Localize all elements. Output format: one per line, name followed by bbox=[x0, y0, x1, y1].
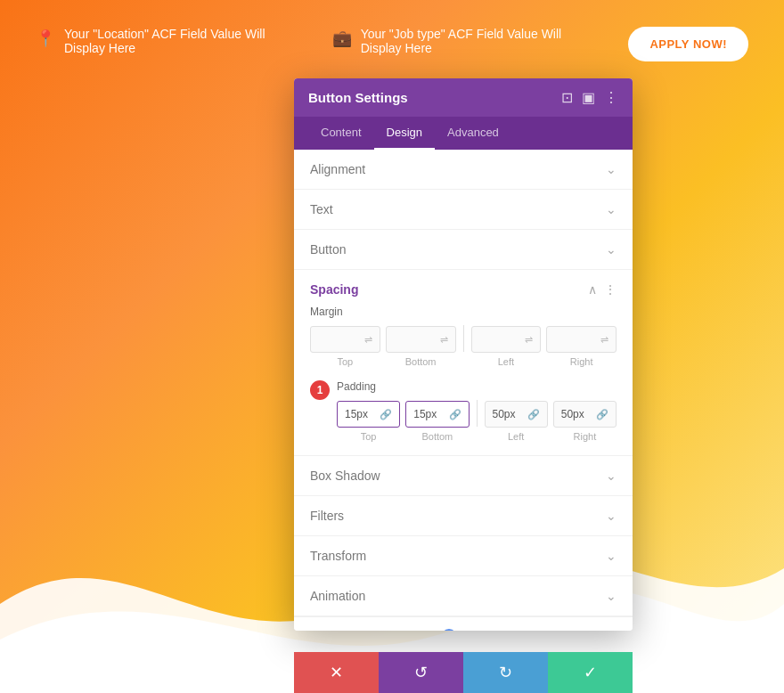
alignment-section[interactable]: Alignment ⌄ bbox=[294, 150, 633, 190]
animation-chevron: ⌄ bbox=[606, 589, 617, 603]
margin-link-icon-4: ⇌ bbox=[600, 334, 608, 346]
panel-footer: ? Help bbox=[294, 616, 633, 631]
filters-section[interactable]: Filters ⌄ bbox=[294, 496, 633, 536]
margin-link-icon-2: ⇌ bbox=[440, 334, 448, 346]
padding-left-value: 50px bbox=[493, 408, 516, 420]
padding-bottom-input[interactable]: 15px 🔗 bbox=[405, 401, 469, 428]
padding-left-input[interactable]: 50px 🔗 bbox=[485, 401, 548, 428]
location-icon: 📍 bbox=[36, 29, 55, 48]
margin-top-input[interactable]: ⇌ bbox=[310, 326, 380, 353]
box-shadow-label: Box Shadow bbox=[310, 469, 380, 483]
margin-right-group: ⇌ Right bbox=[546, 326, 617, 367]
spacing-title: Spacing bbox=[310, 282, 358, 297]
margin-separator bbox=[463, 325, 464, 352]
more-icon[interactable]: ⋮ bbox=[604, 89, 618, 106]
top-bar: 📍 Your "Location" ACF Field Value Will D… bbox=[0, 27, 784, 61]
tab-advanced[interactable]: Advanced bbox=[435, 117, 511, 150]
margin-label: Margin bbox=[310, 306, 617, 318]
filters-chevron: ⌄ bbox=[606, 509, 617, 523]
filters-label: Filters bbox=[310, 509, 344, 523]
margin-bottom-input[interactable]: ⇌ bbox=[386, 326, 456, 353]
panel-body: Alignment ⌄ Text ⌄ Button ⌄ Spacing ∧ ⋮ bbox=[294, 150, 633, 631]
help-icon: ? bbox=[441, 629, 457, 631]
action-bar: ✕ ↺ ↻ ✓ bbox=[294, 652, 633, 693]
redo-button[interactable]: ↻ bbox=[463, 652, 548, 693]
transform-label: Transform bbox=[310, 549, 366, 563]
padding-badge: 1 bbox=[310, 380, 330, 400]
margin-sub-section: Margin ⇌ Top ⇌ Bottom bbox=[294, 306, 633, 380]
margin-bottom-caption: Bottom bbox=[405, 356, 437, 367]
tab-content[interactable]: Content bbox=[308, 117, 374, 150]
layout-icon[interactable]: ▣ bbox=[582, 89, 595, 106]
spacing-header: Spacing ∧ ⋮ bbox=[294, 270, 633, 306]
panel-tabs: Content Design Advanced bbox=[294, 117, 633, 150]
job-type-text: Your "Job type" ACF Field Value Will Dis… bbox=[361, 27, 593, 55]
panel-header: Button Settings ⊡ ▣ ⋮ bbox=[294, 78, 633, 117]
location-item: 📍 Your "Location" ACF Field Value Will D… bbox=[36, 27, 297, 55]
padding-bottom-caption: Bottom bbox=[421, 431, 453, 442]
help-button[interactable]: ? Help bbox=[441, 629, 486, 631]
location-text: Your "Location" ACF Field Value Will Dis… bbox=[64, 27, 297, 55]
text-chevron: ⌄ bbox=[606, 202, 617, 216]
alignment-label: Alignment bbox=[310, 162, 365, 176]
padding-content: Padding 15px 🔗 Top 15px 🔗 bbox=[337, 380, 617, 443]
padding-link-icon-4: 🔗 bbox=[596, 409, 608, 420]
margin-top-caption: Top bbox=[338, 356, 354, 367]
margin-link-icon-1: ⇌ bbox=[364, 334, 372, 346]
padding-link-icon-2: 🔗 bbox=[449, 409, 461, 420]
padding-top-value: 15px bbox=[345, 408, 368, 420]
button-chevron: ⌄ bbox=[606, 242, 617, 257]
apply-now-button[interactable]: APPLY NOW! bbox=[628, 27, 748, 61]
panel-header-icons: ⊡ ▣ ⋮ bbox=[561, 89, 618, 106]
spacing-chevron-up[interactable]: ∧ bbox=[588, 282, 597, 297]
margin-inputs-row: ⇌ Top ⇌ Bottom bbox=[310, 325, 617, 368]
padding-left-group: 50px 🔗 Left bbox=[485, 401, 548, 442]
padding-top-caption: Top bbox=[361, 431, 377, 442]
box-shadow-chevron: ⌄ bbox=[606, 469, 617, 483]
undo-button[interactable]: ↺ bbox=[379, 652, 463, 693]
margin-left-input[interactable]: ⇌ bbox=[471, 326, 542, 353]
padding-separator bbox=[477, 400, 478, 427]
padding-sub-section: 1 Padding 15px 🔗 Top 15 bbox=[294, 380, 633, 455]
padding-bottom-value: 15px bbox=[413, 408, 437, 420]
fullscreen-icon[interactable]: ⊡ bbox=[561, 89, 573, 106]
margin-left-group: ⇌ Left bbox=[471, 326, 542, 367]
padding-left-caption: Left bbox=[508, 431, 524, 442]
text-section[interactable]: Text ⌄ bbox=[294, 190, 633, 230]
padding-top-group: 15px 🔗 Top bbox=[337, 401, 400, 442]
job-icon: 💼 bbox=[332, 29, 352, 48]
padding-right-caption: Right bbox=[574, 431, 597, 442]
padding-top-input[interactable]: 15px 🔗 bbox=[337, 401, 400, 428]
panel-title: Button Settings bbox=[308, 90, 408, 105]
padding-bottom-group: 15px 🔗 Bottom bbox=[405, 401, 469, 442]
margin-right-caption: Right bbox=[570, 356, 593, 367]
box-shadow-section[interactable]: Box Shadow ⌄ bbox=[294, 456, 633, 496]
padding-inputs-row: 15px 🔗 Top 15px 🔗 Bottom bbox=[337, 400, 617, 443]
cancel-button[interactable]: ✕ bbox=[294, 652, 379, 693]
padding-link-icon-3: 🔗 bbox=[527, 409, 540, 420]
button-label: Button bbox=[310, 242, 346, 257]
spacing-controls: ∧ ⋮ bbox=[588, 282, 617, 297]
save-button[interactable]: ✓ bbox=[548, 652, 633, 693]
padding-right-value: 50px bbox=[561, 408, 584, 420]
margin-right-input[interactable]: ⇌ bbox=[546, 326, 617, 353]
padding-right-group: 50px 🔗 Right bbox=[553, 401, 617, 442]
tab-design[interactable]: Design bbox=[374, 117, 435, 150]
alignment-chevron: ⌄ bbox=[606, 162, 617, 176]
settings-panel: Button Settings ⊡ ▣ ⋮ Content Design Adv… bbox=[294, 78, 633, 631]
transform-chevron: ⌄ bbox=[606, 549, 617, 563]
margin-left-caption: Left bbox=[498, 356, 514, 367]
transform-section[interactable]: Transform ⌄ bbox=[294, 536, 633, 576]
animation-label: Animation bbox=[310, 589, 365, 603]
help-label: Help bbox=[462, 631, 486, 632]
padding-label: Padding bbox=[337, 380, 617, 393]
spacing-section: Spacing ∧ ⋮ Margin ⇌ Top bbox=[294, 270, 633, 456]
margin-link-icon-3: ⇌ bbox=[525, 334, 533, 346]
animation-section[interactable]: Animation ⌄ bbox=[294, 576, 633, 616]
job-type-item: 💼 Your "Job type" ACF Field Value Will D… bbox=[332, 27, 593, 55]
button-section[interactable]: Button ⌄ bbox=[294, 230, 633, 270]
spacing-more[interactable]: ⋮ bbox=[604, 282, 617, 297]
text-label: Text bbox=[310, 202, 333, 216]
margin-bottom-group: ⇌ Bottom bbox=[386, 326, 456, 367]
padding-right-input[interactable]: 50px 🔗 bbox=[553, 401, 617, 428]
